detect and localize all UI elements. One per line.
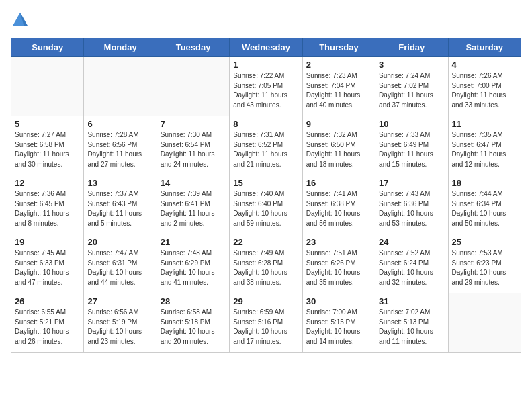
day-info: Sunrise: 6:55 AM Sunset: 5:21 PM Dayligh… (15, 308, 80, 347)
day-number: 25 (452, 237, 517, 247)
day-info: Sunrise: 7:31 AM Sunset: 6:52 PM Dayligh… (233, 130, 298, 169)
day-number: 28 (161, 296, 226, 306)
calendar-cell: 23Sunrise: 7:51 AM Sunset: 6:26 PM Dayli… (302, 234, 375, 293)
calendar-cell: 1Sunrise: 7:22 AM Sunset: 7:05 PM Daylig… (230, 57, 302, 116)
day-info: Sunrise: 7:45 AM Sunset: 6:33 PM Dayligh… (15, 248, 80, 287)
calendar-cell: 19Sunrise: 7:45 AM Sunset: 6:33 PM Dayli… (11, 234, 84, 293)
day-number: 7 (161, 119, 226, 129)
day-number: 6 (87, 119, 152, 129)
calendar-week-row: 1Sunrise: 7:22 AM Sunset: 7:05 PM Daylig… (11, 57, 521, 116)
weekday-header: Sunday (11, 38, 84, 57)
day-number: 22 (233, 237, 298, 247)
day-number: 11 (452, 119, 517, 129)
day-number: 18 (452, 178, 517, 188)
calendar-week-row: 19Sunrise: 7:45 AM Sunset: 6:33 PM Dayli… (11, 234, 521, 293)
calendar-cell: 2Sunrise: 7:23 AM Sunset: 7:04 PM Daylig… (302, 57, 375, 116)
calendar-cell: 7Sunrise: 7:30 AM Sunset: 6:54 PM Daylig… (157, 116, 229, 175)
day-number: 17 (379, 178, 444, 188)
day-info: Sunrise: 7:32 AM Sunset: 6:50 PM Dayligh… (306, 130, 371, 169)
calendar-header: SundayMondayTuesdayWednesdayThursdayFrid… (11, 38, 521, 57)
day-number: 26 (15, 296, 80, 306)
day-number: 31 (379, 296, 444, 306)
calendar-cell: 12Sunrise: 7:36 AM Sunset: 6:45 PM Dayli… (11, 175, 84, 234)
calendar-cell: 24Sunrise: 7:52 AM Sunset: 6:24 PM Dayli… (375, 234, 448, 293)
calendar-cell: 29Sunrise: 6:59 AM Sunset: 5:16 PM Dayli… (230, 293, 302, 353)
calendar-cell: 5Sunrise: 7:27 AM Sunset: 6:58 PM Daylig… (11, 116, 84, 175)
day-info: Sunrise: 7:02 AM Sunset: 5:13 PM Dayligh… (379, 308, 444, 347)
weekday-header: Tuesday (157, 38, 229, 57)
day-info: Sunrise: 7:23 AM Sunset: 7:04 PM Dayligh… (306, 71, 371, 110)
day-number: 1 (233, 60, 298, 70)
calendar-cell: 25Sunrise: 7:53 AM Sunset: 6:23 PM Dayli… (448, 234, 521, 293)
day-info: Sunrise: 7:24 AM Sunset: 7:02 PM Dayligh… (379, 71, 444, 110)
day-info: Sunrise: 6:58 AM Sunset: 5:18 PM Dayligh… (161, 308, 226, 347)
day-number: 23 (306, 237, 371, 247)
day-number: 8 (233, 119, 298, 129)
calendar-table: SundayMondayTuesdayWednesdayThursdayFrid… (11, 38, 521, 353)
day-number: 9 (306, 119, 371, 129)
calendar-cell (84, 57, 157, 116)
day-number: 19 (15, 237, 80, 247)
header-row: SundayMondayTuesdayWednesdayThursdayFrid… (11, 38, 521, 57)
calendar-cell: 27Sunrise: 6:56 AM Sunset: 5:19 PM Dayli… (84, 293, 157, 353)
day-number: 24 (379, 237, 444, 247)
day-number: 21 (161, 237, 226, 247)
calendar-cell: 18Sunrise: 7:44 AM Sunset: 6:34 PM Dayli… (448, 175, 521, 234)
day-number: 13 (87, 178, 152, 188)
day-info: Sunrise: 7:47 AM Sunset: 6:31 PM Dayligh… (87, 248, 152, 287)
calendar-cell: 4Sunrise: 7:26 AM Sunset: 7:00 PM Daylig… (448, 57, 521, 116)
weekday-header: Friday (375, 38, 448, 57)
day-info: Sunrise: 7:22 AM Sunset: 7:05 PM Dayligh… (233, 71, 298, 110)
day-number: 4 (452, 60, 517, 70)
day-info: Sunrise: 7:36 AM Sunset: 6:45 PM Dayligh… (15, 189, 80, 228)
page-header (11, 11, 521, 30)
calendar-cell: 21Sunrise: 7:48 AM Sunset: 6:29 PM Dayli… (157, 234, 229, 293)
weekday-header: Wednesday (230, 38, 302, 57)
calendar-cell: 17Sunrise: 7:43 AM Sunset: 6:36 PM Dayli… (375, 175, 448, 234)
day-info: Sunrise: 7:49 AM Sunset: 6:28 PM Dayligh… (233, 248, 298, 287)
calendar-cell: 26Sunrise: 6:55 AM Sunset: 5:21 PM Dayli… (11, 293, 84, 353)
day-info: Sunrise: 7:44 AM Sunset: 6:34 PM Dayligh… (452, 189, 517, 228)
day-info: Sunrise: 7:41 AM Sunset: 6:38 PM Dayligh… (306, 189, 371, 228)
calendar-week-row: 12Sunrise: 7:36 AM Sunset: 6:45 PM Dayli… (11, 175, 521, 234)
day-info: Sunrise: 7:00 AM Sunset: 5:15 PM Dayligh… (306, 308, 371, 347)
day-info: Sunrise: 7:43 AM Sunset: 6:36 PM Dayligh… (379, 189, 444, 228)
logo (11, 11, 32, 30)
day-number: 5 (15, 119, 80, 129)
logo-icon (11, 11, 30, 30)
calendar-cell: 20Sunrise: 7:47 AM Sunset: 6:31 PM Dayli… (84, 234, 157, 293)
day-info: Sunrise: 7:52 AM Sunset: 6:24 PM Dayligh… (379, 248, 444, 287)
calendar-cell: 8Sunrise: 7:31 AM Sunset: 6:52 PM Daylig… (230, 116, 302, 175)
calendar-body: 1Sunrise: 7:22 AM Sunset: 7:05 PM Daylig… (11, 57, 521, 353)
day-info: Sunrise: 7:51 AM Sunset: 6:26 PM Dayligh… (306, 248, 371, 287)
day-info: Sunrise: 7:39 AM Sunset: 6:41 PM Dayligh… (161, 189, 226, 228)
calendar-cell: 28Sunrise: 6:58 AM Sunset: 5:18 PM Dayli… (157, 293, 229, 353)
calendar-cell: 22Sunrise: 7:49 AM Sunset: 6:28 PM Dayli… (230, 234, 302, 293)
day-number: 20 (87, 237, 152, 247)
day-number: 29 (233, 296, 298, 306)
calendar-cell: 13Sunrise: 7:37 AM Sunset: 6:43 PM Dayli… (84, 175, 157, 234)
day-info: Sunrise: 7:48 AM Sunset: 6:29 PM Dayligh… (161, 248, 226, 287)
day-info: Sunrise: 7:28 AM Sunset: 6:56 PM Dayligh… (87, 130, 152, 169)
calendar-week-row: 26Sunrise: 6:55 AM Sunset: 5:21 PM Dayli… (11, 293, 521, 353)
day-info: Sunrise: 7:53 AM Sunset: 6:23 PM Dayligh… (452, 248, 517, 287)
weekday-header: Thursday (302, 38, 375, 57)
weekday-header: Saturday (448, 38, 521, 57)
calendar-cell (448, 293, 521, 353)
day-info: Sunrise: 7:33 AM Sunset: 6:49 PM Dayligh… (379, 130, 444, 169)
day-number: 3 (379, 60, 444, 70)
calendar-cell: 30Sunrise: 7:00 AM Sunset: 5:15 PM Dayli… (302, 293, 375, 353)
weekday-header: Monday (84, 38, 157, 57)
day-number: 12 (15, 178, 80, 188)
calendar-cell: 6Sunrise: 7:28 AM Sunset: 6:56 PM Daylig… (84, 116, 157, 175)
day-info: Sunrise: 7:27 AM Sunset: 6:58 PM Dayligh… (15, 130, 80, 169)
day-info: Sunrise: 7:30 AM Sunset: 6:54 PM Dayligh… (161, 130, 226, 169)
day-info: Sunrise: 7:40 AM Sunset: 6:40 PM Dayligh… (233, 189, 298, 228)
day-number: 2 (306, 60, 371, 70)
day-number: 10 (379, 119, 444, 129)
calendar-cell: 14Sunrise: 7:39 AM Sunset: 6:41 PM Dayli… (157, 175, 229, 234)
day-number: 15 (233, 178, 298, 188)
calendar-cell: 31Sunrise: 7:02 AM Sunset: 5:13 PM Dayli… (375, 293, 448, 353)
day-info: Sunrise: 6:56 AM Sunset: 5:19 PM Dayligh… (87, 308, 152, 347)
calendar-cell: 10Sunrise: 7:33 AM Sunset: 6:49 PM Dayli… (375, 116, 448, 175)
